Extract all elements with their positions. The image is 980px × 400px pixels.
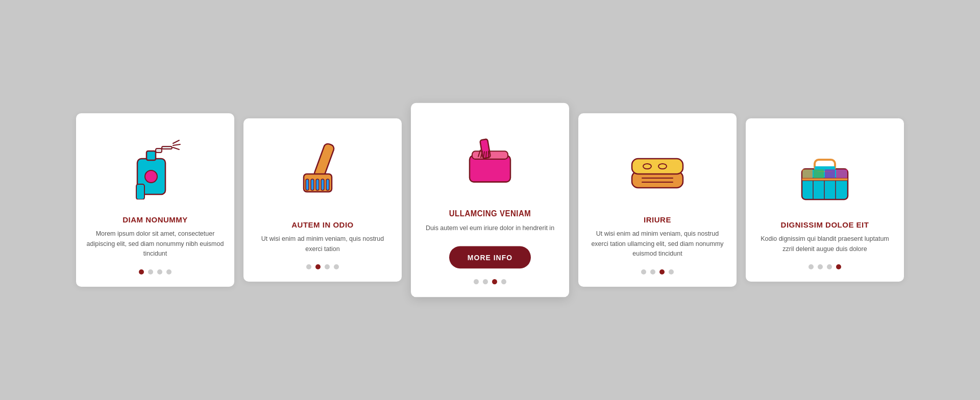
toolbox-icon-area (746, 118, 904, 220)
dot (501, 279, 506, 284)
toolbox-icon (792, 138, 858, 205)
card-4-text: Ut wisi enim ad minim veniam, quis nostr… (589, 229, 726, 259)
card-3-text: Duis autem vel eum iriure dolor in hendr… (426, 223, 554, 234)
dot (157, 269, 162, 274)
svg-rect-33 (802, 178, 848, 181)
cards-container: DIAM NONUMMY Morem ipsum dolor sit amet,… (0, 86, 980, 314)
dot (492, 279, 497, 284)
dot (306, 264, 311, 269)
dot (166, 269, 172, 274)
card-3-title: ULLAMCING VENIAM (449, 209, 531, 218)
brush-icon-area (243, 118, 402, 220)
dot (315, 264, 321, 269)
svg-rect-40 (836, 169, 847, 178)
dot (334, 264, 339, 269)
more-info-button[interactable]: MORE INFO (449, 246, 531, 269)
card-5-dots (808, 262, 841, 269)
card-5-title: DIGNISSIM DOLOE EIT (781, 220, 869, 229)
card-1-title: DIAM NONUMMY (122, 215, 188, 224)
card-4-title: IRIURE (644, 215, 671, 224)
svg-rect-12 (311, 179, 314, 190)
svg-rect-4 (162, 146, 172, 149)
dot (836, 264, 841, 269)
svg-rect-15 (326, 179, 329, 190)
dot (483, 279, 488, 284)
cream-box-icon (457, 123, 523, 192)
svg-line-22 (486, 152, 486, 158)
dot (474, 279, 479, 284)
cream-box-icon-area (411, 103, 569, 209)
svg-point-1 (145, 170, 157, 183)
card-2-title: AUTEM IN ODIO (291, 220, 354, 229)
dot (827, 264, 832, 269)
dot (669, 269, 674, 274)
svg-rect-13 (316, 179, 319, 190)
sponge-icon-area (578, 113, 737, 215)
card-1-dots (139, 267, 172, 274)
svg-rect-3 (156, 148, 162, 153)
card-2-dots (306, 262, 339, 269)
svg-line-5 (173, 140, 179, 143)
card-3: ULLAMCING VENIAM Duis autem vel eum iriu… (411, 103, 569, 297)
svg-rect-8 (136, 184, 144, 199)
spray-bottle-icon (122, 133, 188, 199)
brush-icon (289, 138, 356, 205)
dot (641, 269, 646, 274)
card-2: AUTEM IN ODIO Ut wisi enim ad minim veni… (243, 118, 402, 282)
dot (659, 269, 665, 274)
dot (650, 269, 655, 274)
dot (148, 269, 153, 274)
svg-rect-39 (825, 169, 835, 178)
card-1: DIAM NONUMMY Morem ipsum dolor sit amet,… (76, 113, 234, 286)
spray-bottle-icon-area (76, 113, 234, 215)
svg-rect-38 (814, 169, 824, 178)
svg-rect-2 (146, 151, 156, 160)
dot (325, 264, 330, 269)
svg-rect-25 (632, 159, 683, 174)
card-4: IRIURE Ut wisi enim ad minim veniam, qui… (578, 113, 737, 286)
svg-line-7 (173, 147, 179, 149)
card-3-dots (474, 277, 506, 285)
card-5: DIGNISSIM DOLOE EIT Kodio dignissim qui … (746, 118, 904, 282)
card-5-text: Kodio dignissim qui blandit praesent lup… (756, 234, 894, 254)
svg-rect-14 (321, 179, 324, 190)
card-2-text: Ut wisi enim ad minim veniam, quis nostr… (254, 234, 391, 254)
sponge-icon (624, 133, 691, 199)
dot (139, 269, 144, 274)
svg-rect-11 (306, 179, 309, 190)
card-1-text: Morem ipsum dolor sit amet, consectetuer… (86, 229, 224, 259)
svg-line-6 (173, 144, 180, 145)
card-4-dots (641, 267, 674, 274)
dot (818, 264, 823, 269)
svg-rect-37 (802, 169, 813, 178)
dot (808, 264, 814, 269)
